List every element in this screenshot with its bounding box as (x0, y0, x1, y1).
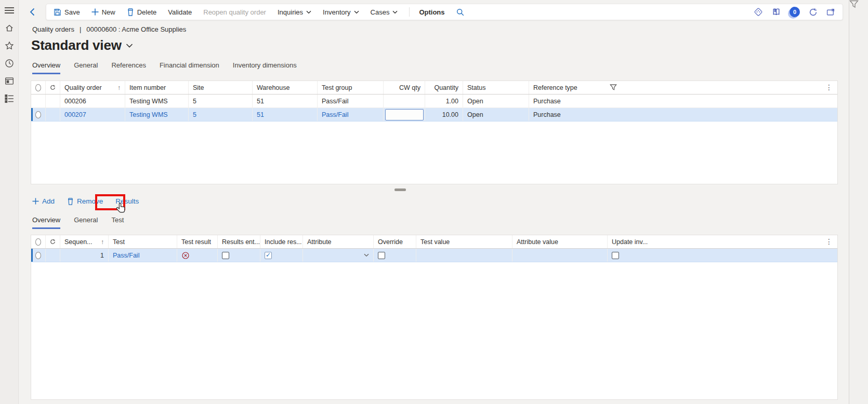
column-filter-funnel-icon[interactable] (610, 84, 617, 91)
cw-qty-input[interactable] (385, 109, 424, 120)
line-tab-general[interactable]: General (74, 216, 98, 229)
results-entered-checkbox[interactable] (222, 252, 229, 259)
tab-overview[interactable]: Overview (32, 61, 60, 74)
cases-menu[interactable]: Cases (371, 8, 398, 16)
cell-test-result[interactable] (177, 249, 218, 262)
tab-inventory-dimensions[interactable]: Inventory dimensions (233, 61, 297, 74)
ratio-icon[interactable] (754, 7, 763, 17)
grid-refresh-cell[interactable] (46, 235, 60, 248)
validate-button[interactable]: Validate (168, 8, 192, 16)
cell-quality-order[interactable]: 000206 (60, 95, 125, 107)
view-selector[interactable]: Standard view (31, 37, 133, 53)
save-button[interactable]: Save (54, 8, 80, 16)
inventory-menu[interactable]: Inventory (323, 8, 359, 16)
guide-book-icon[interactable] (772, 8, 781, 17)
delete-button[interactable]: Delete (127, 8, 157, 16)
cell-status[interactable]: Open (463, 95, 529, 107)
cell-reference-type[interactable]: Purchase (529, 108, 837, 121)
cell-reference-type[interactable]: Purchase (529, 95, 837, 107)
grid1-more-options-icon[interactable]: ⋮ (825, 83, 833, 91)
col-test[interactable]: Test (109, 235, 177, 248)
select-all-radio[interactable] (35, 238, 41, 246)
workspaces-icon[interactable] (4, 76, 15, 86)
row-select-radio[interactable] (35, 111, 41, 118)
col-site[interactable]: Site (189, 81, 253, 94)
cell-site[interactable]: 5 (189, 95, 253, 107)
col-status[interactable]: Status (463, 81, 529, 94)
update-inventory-checkbox[interactable] (612, 252, 619, 259)
back-arrow-icon[interactable] (28, 7, 38, 17)
test-line-row-1[interactable]: 1 Pass/Fail (31, 249, 837, 262)
override-checkbox[interactable] (378, 252, 385, 259)
modules-list-icon[interactable] (4, 93, 15, 104)
home-icon[interactable] (4, 23, 15, 33)
col-test-value[interactable]: Test value (416, 235, 512, 248)
cell-item-number[interactable]: Testing WMS (125, 108, 189, 121)
tab-references[interactable]: References (111, 61, 146, 74)
cell-warehouse[interactable]: 51 (253, 95, 318, 107)
col-attribute-value[interactable]: Attribute value (512, 235, 608, 248)
cell-quantity[interactable]: 10.00 (425, 108, 463, 121)
cell-attribute-value[interactable] (512, 249, 608, 262)
cell-quality-order[interactable]: 000207 (60, 108, 125, 121)
new-button[interactable]: New (91, 8, 115, 16)
grid2-header-row: Sequen...↑ Test Test result Results ent.… (31, 235, 837, 249)
quality-order-row-000207[interactable]: 000207 Testing WMS 5 51 Pass/Fail 10.00 … (31, 108, 837, 122)
col-results-entered[interactable]: Results ent... (218, 235, 260, 248)
select-all-cell[interactable] (31, 81, 46, 94)
line-tab-test[interactable]: Test (111, 216, 124, 229)
grid2-more-options-icon[interactable]: ⋮ (825, 237, 833, 246)
cell-quantity[interactable]: 1.00 (425, 95, 463, 107)
quality-order-row-000206[interactable]: 000206 Testing WMS 5 51 Pass/Fail 1.00 O… (31, 95, 837, 108)
col-update-inventory[interactable]: Update inv... (608, 235, 837, 248)
col-cw-qty[interactable]: CW qty (384, 81, 425, 94)
inquiries-menu[interactable]: Inquiries (278, 8, 311, 16)
copilot-badge[interactable]: 0 (790, 7, 800, 17)
col-item-number[interactable]: Item number (125, 81, 189, 94)
select-all-cell[interactable] (31, 235, 46, 248)
breadcrumb-section[interactable]: Quality orders (32, 25, 74, 33)
filter-pane-funnel-icon[interactable] (849, 0, 868, 9)
cell-test[interactable]: Pass/Fail (109, 249, 177, 262)
results-button[interactable]: Results (115, 197, 139, 205)
col-test-result[interactable]: Test result (177, 235, 218, 248)
cell-test-value[interactable] (416, 249, 512, 262)
col-quantity[interactable]: Quantity (425, 81, 463, 94)
save-icon (54, 8, 61, 16)
tab-general[interactable]: General (74, 61, 98, 74)
search-button[interactable] (456, 8, 464, 16)
col-include-results[interactable]: Include res... (260, 235, 303, 248)
col-attribute[interactable]: Attribute (303, 235, 374, 248)
refresh-icon[interactable] (809, 8, 818, 17)
cell-warehouse[interactable]: 51 (253, 108, 318, 121)
cell-item-number[interactable]: Testing WMS (125, 95, 189, 107)
include-results-checkbox[interactable] (265, 252, 272, 259)
cell-test-group[interactable]: Pass/Fail (318, 108, 384, 121)
open-new-window-icon[interactable] (826, 8, 835, 17)
options-menu[interactable]: Options (419, 8, 444, 16)
col-override[interactable]: Override (374, 235, 416, 248)
col-quality-order[interactable]: Quality order↑ (60, 81, 125, 94)
attribute-dropdown-chevron-icon[interactable] (364, 253, 369, 257)
row-select-radio[interactable] (35, 252, 41, 259)
line-tab-overview[interactable]: Overview (32, 216, 60, 229)
cell-status[interactable]: Open (463, 108, 529, 121)
add-line-button[interactable]: Add (32, 197, 55, 205)
grid-refresh-cell[interactable] (46, 81, 60, 94)
select-all-radio[interactable] (35, 84, 41, 91)
cell-test-group[interactable]: Pass/Fail (318, 95, 384, 107)
cell-cw-qty[interactable] (384, 95, 425, 107)
recent-clock-icon[interactable] (4, 58, 15, 69)
col-reference-type[interactable]: Reference type (529, 81, 837, 94)
col-test-group[interactable]: Test group (318, 81, 384, 94)
cell-site[interactable]: 5 (189, 108, 253, 121)
grid-splitter-handle[interactable] (394, 188, 406, 191)
remove-line-button[interactable]: Remove (67, 197, 103, 205)
hamburger-menu-icon[interactable] (4, 5, 15, 16)
favorites-star-icon[interactable] (4, 41, 15, 51)
col-warehouse[interactable]: Warehouse (253, 81, 318, 94)
tab-financial-dimension[interactable]: Financial dimension (160, 61, 219, 74)
cell-sequence[interactable]: 1 (60, 249, 109, 262)
cell-attribute[interactable] (303, 249, 374, 262)
col-sequence[interactable]: Sequen...↑ (60, 235, 109, 248)
